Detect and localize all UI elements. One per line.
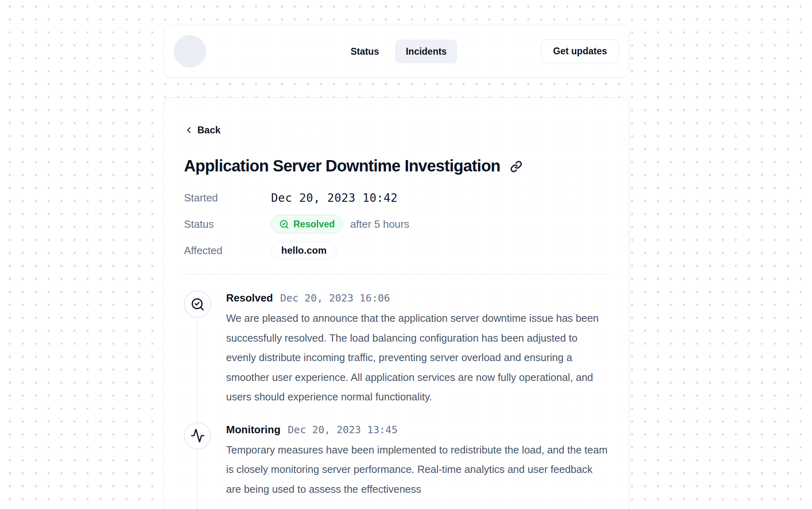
timeline-update-text: Temporary measures have been implemented… (226, 440, 609, 499)
get-updates-button[interactable]: Get updates (541, 39, 619, 63)
tab-status[interactable]: Status (340, 39, 389, 63)
title-row: Application Server Downtime Investigatio… (184, 156, 609, 175)
header-bar: Status Incidents Get updates (163, 25, 629, 77)
started-value: Dec 20, 2023 10:42 (271, 191, 397, 205)
main-nav: Status Incidents (340, 39, 457, 63)
timeline-status-title: Resolved (226, 292, 273, 304)
divider (184, 274, 609, 275)
incident-timeline: Resolved Dec 20, 2023 16:06 We are pleas… (184, 291, 609, 499)
incident-meta: Started Dec 20, 2023 10:42 Status Resolv… (184, 188, 609, 260)
timeline-update-text: We are pleased to announce that the appl… (226, 308, 609, 407)
affected-service-pill[interactable]: hello.com (271, 242, 337, 259)
timeline-connector (197, 318, 198, 425)
link-icon[interactable] (510, 160, 522, 173)
search-check-icon (184, 291, 211, 318)
meta-row-started: Started Dec 20, 2023 10:42 (184, 188, 609, 207)
timeline-timestamp: Dec 20, 2023 16:06 (280, 292, 390, 304)
timeline-status-title: Monitoring (226, 423, 280, 436)
back-link[interactable]: Back (184, 124, 220, 136)
status-badge: Resolved (271, 215, 343, 233)
status-label: Status (184, 218, 271, 231)
timeline-item-resolved: Resolved Dec 20, 2023 16:06 We are pleas… (184, 291, 609, 407)
timeline-timestamp: Dec 20, 2023 13:45 (288, 424, 397, 436)
timeline-connector (197, 449, 198, 509)
meta-row-affected: Affected hello.com (184, 241, 609, 260)
status-page: Status Incidents Get updates Back Applic… (163, 25, 629, 509)
started-label: Started (184, 192, 271, 204)
status-badge-label: Resolved (293, 219, 335, 230)
tab-incidents[interactable]: Incidents (395, 39, 457, 63)
timeline-item-monitoring: Monitoring Dec 20, 2023 13:45 Temporary … (184, 422, 609, 499)
logo-avatar[interactable] (174, 35, 206, 67)
chevron-left-icon (184, 125, 194, 135)
search-check-icon (279, 219, 289, 229)
incident-card: Back Application Server Downtime Investi… (163, 97, 629, 509)
meta-row-status: Status Resolved after 5 hours (184, 215, 609, 233)
page-title: Application Server Downtime Investigatio… (184, 156, 500, 175)
status-duration: after 5 hours (350, 218, 409, 231)
activity-icon (184, 422, 211, 449)
back-label: Back (197, 124, 220, 136)
affected-label: Affected (184, 244, 271, 257)
